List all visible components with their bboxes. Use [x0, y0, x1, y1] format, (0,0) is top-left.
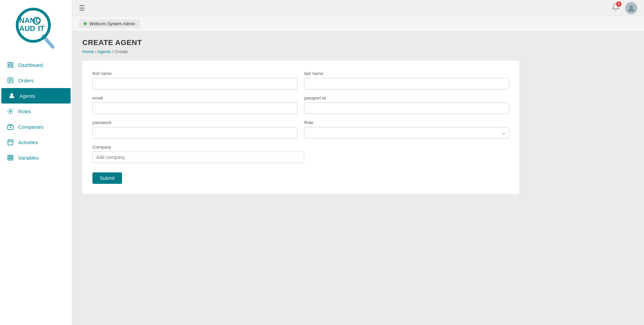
status-dot: [84, 22, 87, 25]
svg-text:AUD: AUD: [19, 24, 35, 33]
sidebar: NAN O AUD IT Dashboard: [0, 0, 72, 325]
form-row-name: first name last name: [92, 71, 509, 89]
form-row-password-role: password Role ⌄: [92, 120, 509, 138]
sidebar-item-agents-label: Agents: [19, 93, 35, 99]
passport-id-label: passport id: [304, 95, 509, 100]
form-group-passport-id: passport id: [304, 95, 509, 114]
status-bar: Wellcom System Admin: [72, 16, 644, 32]
form-group-first-name: first name: [92, 71, 297, 89]
topbar-left: ☰: [79, 4, 85, 12]
sidebar-item-variables-label: Variables: [18, 155, 39, 161]
breadcrumb: Home / Agents / Create: [82, 49, 634, 54]
notification-count: 0: [616, 1, 621, 7]
svg-text:IT: IT: [38, 24, 45, 33]
logo-area: NAN O AUD IT: [0, 0, 72, 57]
breadcrumb-current: Create: [115, 49, 128, 54]
password-label: password: [92, 120, 297, 125]
topbar-right: 0: [612, 2, 637, 14]
content-area: Wellcom System Admin CREATE AGENT Home /…: [72, 16, 644, 325]
company-input[interactable]: [92, 152, 304, 163]
page-content: CREATE AGENT Home / Agents / Create firs…: [72, 32, 644, 201]
svg-point-31: [630, 5, 633, 9]
breadcrumb-agents[interactable]: Agents: [97, 49, 111, 54]
app-logo: NAN O AUD IT: [9, 3, 63, 50]
status-label: Wellcom System Admin: [89, 21, 135, 26]
svg-rect-11: [11, 66, 13, 68]
dashboard-icon: [7, 61, 14, 69]
user-avatar[interactable]: [625, 2, 637, 14]
email-label: email: [92, 95, 297, 100]
company-label: Company: [92, 145, 304, 150]
breadcrumb-home[interactable]: Home: [82, 49, 94, 54]
last-name-label: last name: [304, 71, 509, 76]
email-input[interactable]: [92, 103, 297, 114]
first-name-label: first name: [92, 71, 297, 76]
passport-id-input[interactable]: [304, 103, 509, 114]
companies-icon: [7, 123, 14, 130]
password-input[interactable]: [92, 127, 297, 138]
orders-icon: [7, 77, 14, 84]
form-row-email-passport: email passport id: [92, 95, 509, 114]
form-group-email: email: [92, 95, 297, 114]
nav-menu: Dashboard Orders Agents: [0, 57, 72, 165]
sidebar-item-variables[interactable]: Variables: [0, 150, 72, 165]
form-group-role: Role ⌄: [304, 120, 509, 138]
sidebar-item-dashboard-label: Dashboard: [18, 62, 43, 68]
svg-rect-8: [8, 63, 10, 65]
roles-icon: [7, 108, 14, 115]
sidebar-item-orders[interactable]: Orders: [0, 73, 72, 88]
submit-button[interactable]: Submit: [92, 172, 122, 184]
sidebar-item-activities-label: Activities: [18, 139, 38, 145]
svg-rect-25: [8, 155, 13, 160]
sidebar-item-companies[interactable]: Companies: [0, 119, 72, 134]
sidebar-item-roles-label: Roles: [18, 109, 31, 114]
role-select-wrapper: ⌄: [304, 127, 509, 138]
svg-point-17: [10, 111, 11, 112]
form-row-company: Company: [92, 145, 509, 163]
status-indicator: Wellcom System Admin: [79, 19, 140, 28]
first-name-input[interactable]: [92, 78, 297, 89]
last-name-input[interactable]: [304, 78, 509, 89]
sidebar-item-orders-label: Orders: [18, 78, 34, 83]
form-group-password: password: [92, 120, 297, 138]
svg-rect-9: [11, 63, 13, 65]
sidebar-item-activities[interactable]: Activities: [0, 134, 72, 150]
variables-icon: [7, 154, 14, 161]
svg-text:NAN: NAN: [19, 16, 35, 25]
svg-rect-10: [8, 66, 10, 68]
form-group-company: Company: [92, 145, 304, 163]
create-agent-form: first name last name email pass: [82, 61, 519, 194]
page-title: CREATE AGENT: [82, 38, 634, 47]
main-area: ☰ 0 Wellcom Sy: [72, 0, 644, 325]
role-label: Role: [304, 120, 509, 125]
svg-point-16: [11, 93, 13, 96]
role-select[interactable]: [304, 127, 509, 138]
activities-icon: [7, 138, 14, 146]
sidebar-item-companies-label: Companies: [18, 124, 44, 130]
sidebar-item-roles[interactable]: Roles: [0, 104, 72, 119]
notification-bell[interactable]: 0: [612, 3, 620, 13]
sidebar-item-dashboard[interactable]: Dashboard: [0, 57, 72, 73]
svg-rect-21: [8, 140, 13, 145]
menu-toggle-icon[interactable]: ☰: [79, 4, 85, 12]
topbar: ☰ 0: [72, 0, 644, 16]
agents-icon: [8, 92, 15, 99]
form-group-last-name: last name: [304, 71, 509, 89]
sidebar-item-agents[interactable]: Agents: [1, 88, 71, 104]
